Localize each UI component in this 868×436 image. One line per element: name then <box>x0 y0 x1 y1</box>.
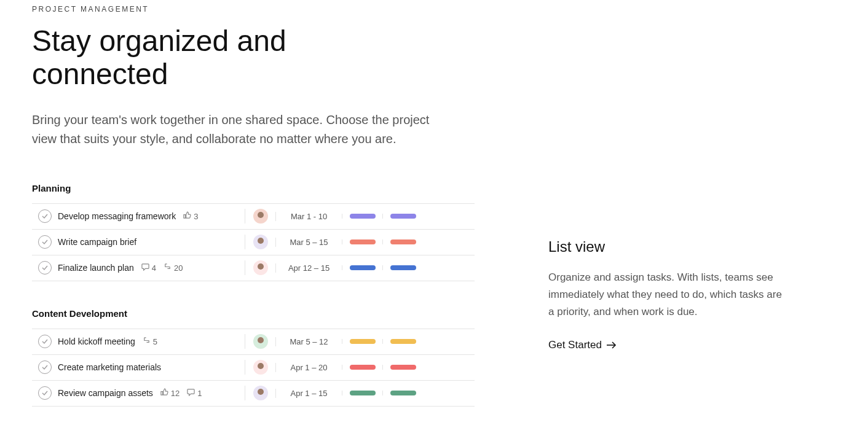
task-date: Mar 1 - 10 <box>275 212 342 221</box>
status-pill <box>350 339 376 344</box>
likes-meta: 3 <box>183 211 198 221</box>
complete-task-checkbox[interactable] <box>38 235 52 249</box>
priority-pill <box>390 339 416 344</box>
get-started-label: Get Started <box>548 339 602 351</box>
comment-icon <box>187 388 195 398</box>
section-title: Planning <box>32 183 475 193</box>
assignee-avatar[interactable] <box>253 360 268 375</box>
task-title: Review campaign assets <box>58 388 153 398</box>
task-title: Create marketing materials <box>58 362 161 372</box>
task-date: Apr 1 – 15 <box>275 389 342 398</box>
task-title: Develop messaging framework <box>58 211 176 221</box>
task-date: Mar 5 – 15 <box>275 238 342 247</box>
priority-pill <box>390 239 416 244</box>
status-pill <box>350 391 376 395</box>
eyebrow: PROJECT MANAGEMENT <box>32 5 475 14</box>
complete-task-checkbox[interactable] <box>38 209 52 223</box>
priority-pill <box>390 265 416 270</box>
subtasks-meta: 5 <box>143 337 157 346</box>
task-row[interactable]: Finalize launch plan 420 Apr 12 – 15 <box>32 255 475 281</box>
subtask-icon <box>143 337 151 346</box>
complete-task-checkbox[interactable] <box>38 335 52 348</box>
thumbs-up-icon <box>160 388 168 398</box>
status-pill <box>350 265 376 270</box>
task-title: Finalize launch plan <box>58 263 134 273</box>
status-pill <box>350 365 376 370</box>
priority-pill <box>390 391 416 395</box>
comment-icon <box>141 263 149 273</box>
priority-pill <box>390 365 416 370</box>
task-date: Apr 12 – 15 <box>275 263 342 273</box>
subtasks-meta: 20 <box>164 263 183 273</box>
assignee-avatar[interactable] <box>253 386 268 400</box>
assignee-avatar[interactable] <box>253 260 268 275</box>
page-title: Stay organized and connected <box>32 25 352 91</box>
complete-task-checkbox[interactable] <box>38 386 52 400</box>
task-row[interactable]: Review campaign assets 121 Apr 1 – 15 <box>32 381 475 407</box>
subtask-icon <box>164 263 172 273</box>
arrow-right-icon <box>607 341 617 349</box>
task-title: Hold kickoff meeting <box>58 337 135 346</box>
task-title: Write campaign brief <box>58 237 136 247</box>
complete-task-checkbox[interactable] <box>38 261 52 274</box>
task-date: Mar 5 – 12 <box>275 337 342 346</box>
comments-meta: 4 <box>141 263 156 273</box>
thumbs-up-icon <box>183 211 191 221</box>
complete-task-checkbox[interactable] <box>38 360 52 374</box>
task-row[interactable]: Create marketing materials Apr 1 – 20 <box>32 355 475 381</box>
priority-pill <box>390 214 416 219</box>
assignee-avatar[interactable] <box>253 334 268 349</box>
task-row[interactable]: Hold kickoff meeting 5 Mar 5 – 12 <box>32 329 475 355</box>
task-row[interactable]: Develop messaging framework 3 Mar 1 - 10 <box>32 204 475 230</box>
side-description: Organize and assign tasks. With lists, t… <box>548 269 782 321</box>
status-pill <box>350 239 376 244</box>
task-date: Apr 1 – 20 <box>275 363 342 372</box>
section-title: Content Development <box>32 308 475 319</box>
assignee-avatar[interactable] <box>253 209 268 224</box>
side-title: List view <box>548 238 807 255</box>
task-row[interactable]: Write campaign brief Mar 5 – 15 <box>32 230 475 255</box>
status-pill <box>350 214 376 219</box>
comments-meta: 1 <box>187 388 202 398</box>
likes-meta: 12 <box>160 388 180 398</box>
page-subtitle: Bring your team's work together in one s… <box>32 111 438 149</box>
get-started-link[interactable]: Get Started <box>548 339 617 351</box>
assignee-avatar[interactable] <box>253 235 268 249</box>
